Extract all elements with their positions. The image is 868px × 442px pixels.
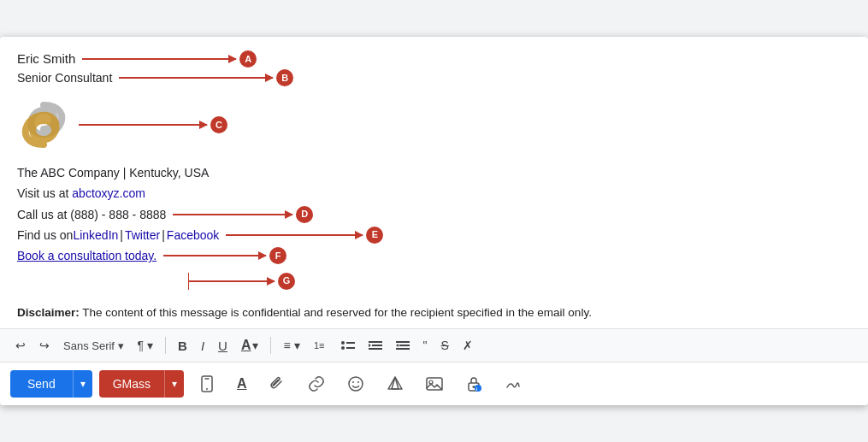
svg-point-16 [206, 388, 208, 390]
bullet-list-button[interactable] [336, 335, 360, 356]
align-button[interactable]: ≡ ▾ [278, 335, 304, 356]
font-family-selector[interactable]: Sans Serif ▾ [58, 336, 129, 356]
annotation-e: E [366, 227, 383, 244]
indent-more-icon [396, 339, 410, 352]
svg-rect-10 [396, 341, 410, 343]
disclaimer: Disclaimer: The content of this message … [17, 298, 680, 322]
twitter-link[interactable]: Twitter [125, 226, 160, 245]
google-drive-button[interactable] [379, 369, 411, 398]
annotation-c: C [210, 116, 227, 133]
annotation-d: D [296, 206, 313, 223]
indent-less-icon [369, 339, 382, 352]
font-color-button[interactable]: A ▾ [236, 334, 264, 357]
company-name: The ABC Company | Kentucky, USA [17, 163, 680, 182]
drive-icon [386, 374, 404, 393]
emoji-icon [346, 374, 365, 393]
italic-button[interactable]: I [196, 335, 210, 357]
svg-point-2 [341, 341, 345, 345]
signature-title: Senior Consultant [17, 71, 112, 85]
mobile-icon [198, 374, 216, 393]
svg-point-4 [341, 346, 345, 350]
numbered-list-icon: 1≡ [314, 339, 328, 352]
insert-link-button[interactable] [300, 369, 333, 398]
signature-button[interactable] [497, 369, 529, 398]
svg-rect-5 [346, 347, 355, 349]
annotation-a: A [239, 50, 257, 68]
phone-text: Call us at (888) - 888 - 8888 [17, 205, 166, 224]
separator-1: | [120, 226, 123, 245]
gmass-dropdown-button[interactable]: ▾ [164, 370, 184, 398]
website-link[interactable]: abctoxyz.com [72, 186, 145, 200]
disclaimer-text: The content of this message is confident… [80, 306, 592, 319]
svg-rect-8 [369, 348, 382, 350]
svg-rect-6 [369, 341, 382, 343]
undo-button[interactable]: ↩ [10, 335, 31, 356]
disclaimer-label: Disclaimer: [17, 306, 80, 319]
link-icon [307, 374, 326, 393]
svg-rect-11 [399, 345, 410, 346]
annotation-b: B [276, 69, 293, 86]
bottom-bar: Send ▾ GMass ▾ A [0, 362, 868, 405]
emoji-button[interactable] [340, 369, 372, 398]
redo-button[interactable]: ↪ [34, 335, 55, 356]
gmass-group: GMass ▾ [99, 370, 184, 398]
svg-point-19 [357, 381, 359, 383]
separator-2: | [162, 226, 165, 245]
social-prefix: Find us on [17, 226, 73, 245]
svg-rect-12 [396, 348, 410, 350]
svg-text:1≡: 1≡ [314, 340, 325, 351]
photo-icon [425, 374, 444, 393]
format-text-button[interactable]: A [230, 371, 254, 397]
underline-button[interactable]: U [213, 335, 233, 357]
company-logo [17, 98, 70, 151]
attach-file-button[interactable] [261, 369, 293, 398]
send-button[interactable]: Send [10, 370, 73, 398]
facebook-link[interactable]: Facebook [167, 226, 219, 245]
svg-rect-7 [372, 345, 382, 346]
gmass-button[interactable]: GMass [99, 370, 164, 398]
font-family-label: Sans Serif [63, 339, 115, 352]
bullet-list-icon [341, 339, 355, 352]
annotation-g: G [278, 273, 295, 290]
website-text: Visit us at [17, 186, 72, 200]
insert-photo-button[interactable] [418, 369, 451, 398]
mobile-preview-button[interactable] [191, 369, 223, 398]
confidential-button[interactable]: i [458, 369, 490, 398]
blockquote-button[interactable]: " [418, 335, 433, 356]
toolbar-divider-1 [165, 337, 166, 354]
lock-icon: i [464, 374, 483, 393]
linkedin-link[interactable]: LinkedIn [73, 226, 118, 245]
svg-point-17 [349, 377, 363, 391]
send-group: Send ▾ [10, 370, 92, 398]
signature-name: Eric Smith [17, 51, 75, 66]
paperclip-icon [268, 374, 286, 393]
send-dropdown-button[interactable]: ▾ [73, 370, 92, 398]
numbered-list-button[interactable]: 1≡ [309, 335, 333, 356]
book-consultation-link[interactable]: Book a consultation today. [17, 246, 156, 265]
svg-marker-13 [396, 344, 399, 347]
bold-button[interactable]: B [173, 335, 192, 357]
font-size-button[interactable]: ¶ ▾ [133, 335, 158, 356]
svg-point-18 [352, 381, 354, 383]
indent-more-button[interactable] [391, 335, 415, 356]
indent-less-button[interactable] [363, 335, 387, 356]
svg-rect-3 [346, 342, 355, 344]
clear-format-button[interactable]: ✗ [458, 335, 478, 356]
svg-marker-9 [369, 344, 371, 347]
toolbar-divider-2 [270, 337, 271, 354]
annotation-f: F [269, 247, 286, 264]
strikethrough-button[interactable]: S [436, 335, 454, 356]
signature-icon [504, 374, 523, 393]
format-a-icon: A [237, 376, 247, 392]
formatting-toolbar: ↩ ↪ Sans Serif ▾ ¶ ▾ B I U A ▾ ≡ ▾ 1≡ [0, 328, 868, 362]
